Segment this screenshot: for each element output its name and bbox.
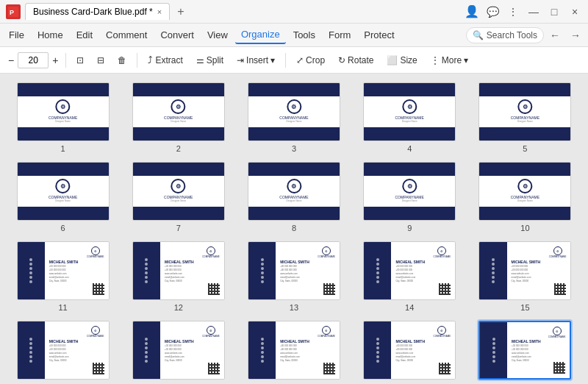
page-image-19: MICHEAL SMITH +00 000 000 000 +00 000 00… <box>363 321 456 380</box>
split-icon: ⚌ <box>196 55 204 65</box>
more-button[interactable]: ⋮ More ▾ <box>426 53 473 68</box>
page-image-7: ⚙ COMPANYNAME Designer Name <box>132 162 225 221</box>
tab-close-button[interactable]: × <box>157 7 162 16</box>
back-button[interactable]: ← <box>545 27 564 43</box>
zoom-in-button[interactable]: + <box>50 54 60 67</box>
page-image-13: MICHEAL SMITH +00 000 000 000 +00 000 00… <box>248 241 340 300</box>
page-thumb-17[interactable]: MICHEAL SMITH +00 000 000 000 +00 000 00… <box>124 321 232 384</box>
search-icon: 🔍 <box>473 30 484 40</box>
size-button[interactable]: ⬜ Size <box>381 53 422 68</box>
page-image-18: MICHEAL SMITH +00 000 000 000 +00 000 00… <box>248 321 340 380</box>
page-thumb-7[interactable]: ⚙ COMPANYNAME Designer Name 7 <box>124 162 232 232</box>
insert-button[interactable]: ⇥ Insert ▾ <box>232 53 280 68</box>
menu-comment[interactable]: Comment <box>100 26 153 43</box>
page-thumb-11[interactable]: MICHEAL SMITH +00 000 000 000 +00 000 00… <box>9 241 117 312</box>
page-number-2: 2 <box>176 144 181 153</box>
search-tools-label: Search Tools <box>487 30 537 40</box>
split-label: Split <box>207 55 223 65</box>
crop-icon: ⤢ <box>296 55 304 65</box>
page-image-11: MICHEAL SMITH +00 000 000 000 +00 000 00… <box>17 241 110 300</box>
page-thumb-8[interactable]: ⚙ COMPANYNAME Designer Name 8 <box>240 162 348 232</box>
more-label: More <box>442 55 462 65</box>
app-icon: P <box>6 4 21 19</box>
page-thumb-10[interactable]: ⚙ COMPANYNAME Designer Name 10 <box>471 162 579 232</box>
extract-button[interactable]: ⤴ Extract <box>143 52 187 68</box>
page-image-9: ⚙ COMPANYNAME Designer Name <box>363 162 456 221</box>
page-number-6: 6 <box>61 224 65 232</box>
page-thumb-2[interactable]: ⚙ COMPANYNAME Designer Name 2 <box>124 82 232 153</box>
main-area: ⚙ COMPANYNAME Designer Name 1 ⚙ COMPANYN… <box>0 74 588 384</box>
split-button[interactable]: ⚌ Split <box>191 53 229 68</box>
page-image-14: MICHEAL SMITH +00 000 000 000 +00 000 00… <box>363 241 456 300</box>
forward-button[interactable]: → <box>566 27 585 43</box>
document-tab[interactable]: Business Card-Dark Blue.pdf * × <box>25 3 170 20</box>
maximize-button[interactable]: □ <box>547 6 562 18</box>
new-tab-button[interactable]: + <box>173 5 188 18</box>
page-image-15: MICHEAL SMITH +00 000 000 000 +00 000 00… <box>478 241 571 300</box>
page-image-3: ⚙ COMPANYNAME Designer Name <box>248 82 340 141</box>
page-image-1: ⚙ COMPANYNAME Designer Name <box>17 82 110 141</box>
more-icon[interactable]: ⋮ <box>506 6 520 18</box>
page-number-8: 8 <box>292 224 296 232</box>
page-thumb-13[interactable]: MICHEAL SMITH +00 000 000 000 +00 000 00… <box>240 241 348 312</box>
menu-tools[interactable]: Tools <box>287 26 321 43</box>
page-thumb-18[interactable]: MICHEAL SMITH +00 000 000 000 +00 000 00… <box>240 321 348 384</box>
menu-convert[interactable]: Convert <box>154 26 200 43</box>
page-thumb-19[interactable]: MICHEAL SMITH +00 000 000 000 +00 000 00… <box>356 321 464 384</box>
page-image-5: ⚙ COMPANYNAME Designer Name <box>478 82 571 141</box>
page-number-1: 1 <box>61 144 65 153</box>
menu-view[interactable]: View <box>201 26 234 43</box>
menu-bar: File Home Edit Comment Convert View Orga… <box>0 24 588 47</box>
page-number-5: 5 <box>523 144 527 153</box>
delete-icon: 🗑 <box>118 55 126 65</box>
rotate-label: Rotate <box>348 55 373 65</box>
menu-protect[interactable]: Protect <box>358 26 400 43</box>
menu-form[interactable]: Form <box>323 26 356 43</box>
fit-page-button[interactable]: ⊡ <box>71 53 89 68</box>
extract-label: Extract <box>155 55 182 65</box>
size-label: Size <box>400 55 417 65</box>
menu-home[interactable]: Home <box>32 26 69 43</box>
close-window-button[interactable]: × <box>567 6 582 18</box>
page-thumb-20[interactable]: MICHEAL SMITH +00 000 000 000 +00 000 00… <box>471 321 579 384</box>
page-number-10: 10 <box>520 224 529 232</box>
page-thumb-6[interactable]: ⚙ COMPANYNAME Designer Name 6 <box>9 162 117 232</box>
page-thumb-15[interactable]: MICHEAL SMITH +00 000 000 000 +00 000 00… <box>471 241 579 312</box>
minimize-button[interactable]: — <box>526 6 541 18</box>
menu-edit[interactable]: Edit <box>71 26 98 43</box>
page-thumb-5[interactable]: ⚙ COMPANYNAME Designer Name 5 <box>471 82 579 153</box>
insert-dropdown-icon: ▾ <box>270 55 275 65</box>
page-thumb-4[interactable]: ⚙ COMPANYNAME Designer Name 4 <box>356 82 464 153</box>
rotate-button[interactable]: ↻ Rotate <box>333 53 379 68</box>
rotate-icon: ↻ <box>338 55 345 65</box>
pages-grid: ⚙ COMPANYNAME Designer Name 1 ⚙ COMPANYN… <box>0 74 588 384</box>
insert-icon: ⇥ <box>237 55 244 65</box>
page-number-3: 3 <box>292 144 296 153</box>
menu-organize[interactable]: Organize <box>235 26 286 44</box>
separator-3 <box>285 53 286 68</box>
crop-label: Crop <box>306 55 325 65</box>
menu-file[interactable]: File <box>3 26 30 43</box>
zoom-out-button[interactable]: − <box>6 54 16 67</box>
page-image-8: ⚙ COMPANYNAME Designer Name <box>248 162 340 221</box>
crop-button[interactable]: ⤢ Crop <box>291 53 330 68</box>
page-thumb-9[interactable]: ⚙ COMPANYNAME Designer Name 9 <box>356 162 464 232</box>
delete-button[interactable]: 🗑 <box>112 53 132 68</box>
page-image-10: ⚙ COMPANYNAME Designer Name <box>478 162 571 221</box>
user-icon[interactable]: 👤 <box>465 4 479 18</box>
zoom-value-input[interactable] <box>18 52 49 68</box>
page-thumb-12[interactable]: MICHEAL SMITH +00 000 000 000 +00 000 00… <box>124 241 232 312</box>
page-image-2: ⚙ COMPANYNAME Designer Name <box>132 82 225 141</box>
separator-1 <box>65 53 66 68</box>
fit-width-button[interactable]: ⊟ <box>92 53 110 68</box>
fit-width-icon: ⊟ <box>97 55 104 65</box>
page-thumb-16[interactable]: MICHEAL SMITH +00 000 000 000 +00 000 00… <box>9 321 117 384</box>
page-thumb-1[interactable]: ⚙ COMPANYNAME Designer Name 1 <box>9 82 117 153</box>
chat-icon[interactable]: 💬 <box>485 6 500 18</box>
page-number-14: 14 <box>405 303 414 312</box>
more-dropdown-icon: ▾ <box>464 55 468 65</box>
page-thumb-14[interactable]: MICHEAL SMITH +00 000 000 000 +00 000 00… <box>356 241 464 312</box>
page-thumb-3[interactable]: ⚙ COMPANYNAME Designer Name 3 <box>240 82 348 153</box>
search-tools-button[interactable]: 🔍 Search Tools <box>466 27 544 43</box>
page-image-16: MICHEAL SMITH +00 000 000 000 +00 000 00… <box>17 321 110 380</box>
